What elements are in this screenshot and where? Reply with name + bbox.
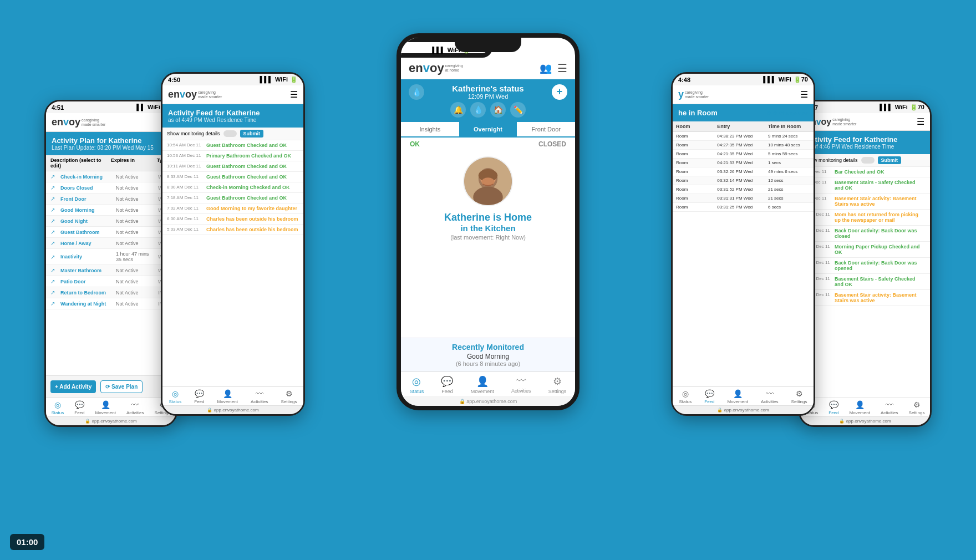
people-icon[interactable]: 👥 bbox=[540, 62, 552, 74]
battery-icon: 🔋70 bbox=[910, 104, 924, 111]
status-sensor-icons: 🔔 💧 🏠 ✏️ bbox=[450, 102, 526, 118]
katherine-detail: (last movement: Right Now) bbox=[444, 234, 532, 241]
tab-insights[interactable]: Insights bbox=[401, 122, 459, 136]
refresh-icon: ⟳ bbox=[767, 110, 771, 116]
cell-time: 21 secs bbox=[768, 196, 810, 201]
left-far-logo-sub: caregivingmade smarter bbox=[82, 118, 105, 126]
left-far-banner-subtitle: Last Plan Update: 03:20 PM Wed May 15 bbox=[52, 145, 170, 151]
activity-row[interactable]: ↗Doors ClosedNot ActiveWA bbox=[46, 182, 176, 194]
submit-button[interactable]: Submit bbox=[878, 156, 902, 164]
feed-icon: 💬 bbox=[829, 400, 838, 409]
feed-icon: 💬 bbox=[195, 389, 204, 398]
add-status-button[interactable]: + bbox=[552, 84, 567, 100]
nav-activities[interactable]: 〰 Activities bbox=[511, 375, 531, 394]
nav-feed[interactable]: 💬 Feed bbox=[441, 375, 453, 394]
feed-message: Good Morning to my favorite daughter bbox=[206, 206, 299, 211]
sensor-icon-1: 🔔 bbox=[450, 102, 466, 118]
left-mid-feed: 10:54 AM Dec 11Guest Bathroom Checked an… bbox=[162, 140, 303, 386]
cell-room: Room bbox=[676, 196, 715, 201]
activity-row[interactable]: ↗Wandering at NightNot ActiveINF bbox=[46, 298, 176, 309]
nav-settings[interactable]: ⚙ Settings bbox=[548, 375, 567, 394]
submit-button[interactable]: Submit bbox=[240, 130, 264, 138]
hamburger-icon[interactable]: ☰ bbox=[917, 116, 924, 127]
monitoring-toggle[interactable] bbox=[223, 130, 237, 137]
nav-movement[interactable]: 👤 Movement bbox=[471, 375, 494, 394]
change-view-button[interactable]: ⟳ ⟳ Change view bbox=[767, 110, 808, 116]
phone-right-far: 4:47 ▌▌▌ WiFi 🔋70 envoy caregivingmade s… bbox=[799, 100, 932, 427]
row-desc: Patio Door bbox=[60, 279, 114, 284]
row-status: Not Active bbox=[116, 185, 156, 191]
phone-left-mid-inner: 4:50 ▌▌▌ WiFi 🔋 envoy caregivingmade sma… bbox=[162, 74, 303, 414]
right-mid-time: 4:48 bbox=[678, 77, 690, 83]
nav-activities[interactable]: 〰Activities bbox=[251, 389, 268, 404]
activity-row[interactable]: ↗Return to BedroomNot ActiveINF bbox=[46, 287, 176, 298]
feed-item: 10:11 AM Dec 11Guest Bathroom Checked an… bbox=[162, 161, 303, 172]
hamburger-icon[interactable]: ☰ bbox=[290, 89, 298, 100]
signal-icon: ▌▌▌ bbox=[763, 76, 776, 83]
left-mid-status-bar: 4:50 ▌▌▌ WiFi 🔋 bbox=[162, 74, 303, 85]
add-activity-button[interactable]: + Add Activity bbox=[50, 380, 96, 393]
nav-status[interactable]: ◎ Status bbox=[52, 400, 64, 415]
right-mid-logo-text: y bbox=[678, 89, 684, 100]
nav-feed[interactable]: 💬 Feed bbox=[74, 400, 84, 415]
nav-movement[interactable]: 👤 Movement bbox=[95, 400, 116, 415]
nav-settings[interactable]: ⚙Settings bbox=[281, 389, 297, 404]
timer-badge: 01:00 bbox=[10, 534, 44, 550]
activity-row[interactable]: ↗Check-in MorningNot ActiveWA bbox=[46, 171, 176, 182]
nav-movement[interactable]: 👤Movement bbox=[850, 400, 870, 415]
activity-row[interactable]: ↗Home / AwayNot ActiveWA bbox=[46, 238, 176, 249]
col-expires-header: Expires In bbox=[111, 157, 155, 169]
nav-activities[interactable]: 〰Activities bbox=[761, 389, 779, 404]
monitoring-toggle[interactable] bbox=[861, 157, 875, 164]
row-icon: ↗ bbox=[50, 289, 58, 296]
settings-icon: ⚙ bbox=[286, 389, 293, 398]
nav-status[interactable]: ◎Status bbox=[169, 389, 182, 404]
activity-row[interactable]: ↗Front DoorNot ActiveWA bbox=[46, 194, 176, 205]
katherine-name: Katherine is Home bbox=[444, 212, 532, 223]
center-logo-sub: caregivingat home bbox=[445, 64, 463, 72]
activity-row[interactable]: ↗Inactivity1 hour 47 mins 35 secsWA bbox=[46, 249, 176, 265]
nav-feed[interactable]: 💬Feed bbox=[704, 389, 714, 404]
left-mid-header: envoy caregivingmade smarter ☰ bbox=[162, 85, 303, 104]
nav-movement[interactable]: 👤Movement bbox=[728, 389, 748, 404]
feed-item: 10:54 AM Dec 11Guest Bathroom Checked an… bbox=[162, 140, 303, 151]
nav-feed[interactable]: 💬Feed bbox=[828, 400, 838, 415]
nav-status[interactable]: ◎ Status bbox=[410, 375, 424, 394]
nav-settings[interactable]: ⚙Settings bbox=[909, 400, 925, 415]
wifi-icon: WiFi bbox=[895, 104, 908, 111]
phone-notch bbox=[455, 38, 521, 52]
activity-row[interactable]: ↗Good NightNot ActiveWA bbox=[46, 216, 176, 227]
save-plan-button[interactable]: ⟳ Save Plan bbox=[100, 380, 143, 393]
feed-time: 7:18 AM Dec 11 bbox=[167, 195, 203, 200]
nav-movement[interactable]: 👤Movement bbox=[217, 389, 238, 404]
center-tabs: Insights Overnight Front Door bbox=[401, 122, 575, 138]
phone-center: 12:09 ▌▌▌ WiFi 🔋91 envoy caregivingat ho… bbox=[396, 33, 580, 410]
hamburger-icon[interactable]: ☰ bbox=[800, 89, 808, 100]
tab-overnight[interactable]: Overnight bbox=[459, 122, 517, 136]
right-mid-bottom-nav: ◎Status 💬Feed 👤Movement 〰Activities ⚙Set… bbox=[673, 386, 814, 405]
phone-center-content: 12:09 ▌▌▌ WiFi 🔋91 envoy caregivingat ho… bbox=[401, 38, 575, 406]
row-icon: ↗ bbox=[50, 185, 58, 191]
left-mid-logo-text: envoy bbox=[168, 89, 197, 100]
feed-message: Back Door activity: Back Door was opened bbox=[835, 260, 926, 271]
nav-activities[interactable]: 〰Activities bbox=[881, 400, 898, 415]
cell-room: Room bbox=[676, 134, 715, 139]
signal-icon: ▌▌▌ bbox=[432, 47, 445, 53]
nav-feed[interactable]: 💬Feed bbox=[194, 389, 204, 404]
nav-status[interactable]: ◎Status bbox=[679, 389, 692, 404]
activity-row[interactable]: ↗Master BathroomNot ActiveWA bbox=[46, 265, 176, 276]
activities-icon: 〰 bbox=[131, 400, 139, 409]
nav-settings[interactable]: ⚙Settings bbox=[791, 389, 807, 404]
ok-label: OK bbox=[410, 140, 420, 148]
feed-item: 7 AM Dec 11Basement Stairs - Safety Chec… bbox=[800, 274, 930, 290]
nav-activities[interactable]: 〰 Activities bbox=[126, 400, 144, 415]
right-far-banner: Activity Feed for Katherine as of 4:46 P… bbox=[800, 131, 930, 154]
left-mid-bottom-nav: ◎Status 💬Feed 👤Movement 〰Activities ⚙Set… bbox=[162, 386, 303, 405]
tab-front-door[interactable]: Front Door bbox=[517, 122, 575, 136]
cell-room: Room bbox=[676, 169, 715, 174]
row-icon: ↗ bbox=[50, 301, 58, 307]
activity-row[interactable]: ↗Good MorningNot ActiveWA bbox=[46, 205, 176, 216]
activity-row[interactable]: ↗Patio DoorNot ActiveWA bbox=[46, 276, 176, 287]
activity-row[interactable]: ↗Guest BathroomNot ActiveWA bbox=[46, 227, 176, 238]
hamburger-icon[interactable]: ☰ bbox=[557, 62, 567, 75]
